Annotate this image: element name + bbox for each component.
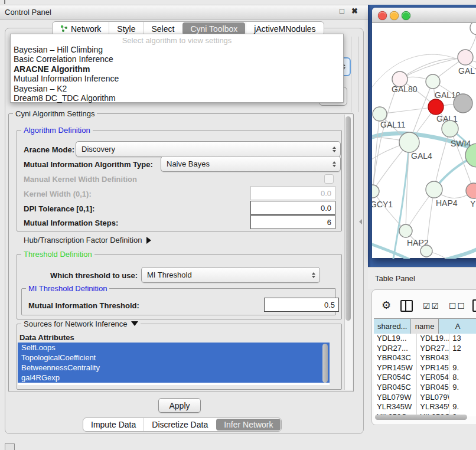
which-threshold-combobox[interactable]: MI Threshold (141, 267, 320, 283)
table-cell[interactable]: YLR345W (374, 402, 417, 412)
network-node-y[interactable] (466, 183, 476, 198)
network-node-swi4[interactable] (442, 120, 458, 137)
column-header-third[interactable]: A (439, 319, 476, 334)
network-node-hap2[interactable] (399, 224, 412, 237)
dropdown-item[interactable]: Bayesian – K2 (11, 84, 343, 93)
tab-discretize-data[interactable]: Discretize Data (144, 418, 216, 431)
table-cell[interactable]: 12 (449, 344, 476, 354)
table-cell[interactable]: YDR27... (417, 344, 449, 354)
zoom-traffic-light-icon[interactable] (402, 11, 410, 20)
hub-definition-toggle[interactable]: Hub/Transcription Factor Definition (24, 236, 151, 244)
dropdown-item-selected[interactable]: ARACNE Algorithm (11, 64, 343, 74)
table-cell[interactable]: YER054C (417, 373, 449, 383)
table-cell[interactable]: 13 (449, 334, 476, 344)
network-node[interactable] (454, 94, 472, 113)
docked-panel-icon[interactable] (5, 443, 15, 450)
columns-icon[interactable] (400, 300, 413, 312)
network-node-gal7[interactable] (458, 50, 473, 65)
table-cell[interactable]: YPR145W (374, 363, 417, 373)
settings-scrollbar-thumb[interactable] (345, 116, 351, 321)
dropdown-item[interactable]: Bayesian – Hill Climbing (11, 45, 343, 54)
close-window-icon[interactable]: ✖ (351, 6, 358, 15)
table-cell[interactable]: YBL079W (417, 393, 449, 403)
hub-definition-label: Hub/Transcription Factor Definition (24, 236, 142, 244)
manual-kernel-label: Manual Kernel Width Definition (24, 175, 137, 184)
tab-discretize-data-label: Discretize Data (152, 420, 208, 429)
network-node-gal11[interactable] (373, 107, 387, 121)
dropdown-item[interactable]: Basic Correlation Inference (11, 54, 343, 64)
table-hscrollbar-thumb[interactable] (375, 415, 467, 420)
network-edge[interactable] (372, 243, 409, 259)
table-cell[interactable]: YBR043C (417, 353, 449, 363)
table-row[interactable]: YLR345WYLR345W9. (374, 402, 476, 412)
network-node-hap4[interactable] (426, 181, 442, 198)
attribute-item[interactable]: BetweennessCentrality (18, 363, 330, 373)
table-row[interactable]: YPR145WYPR145W9. (374, 363, 476, 373)
export-table-icon[interactable] (472, 299, 476, 312)
table-row[interactable]: YER054CYER054C8. (374, 373, 476, 383)
mi-type-combobox[interactable]: Naive Bayes (161, 156, 341, 172)
kernel-width-field[interactable]: 0.0 (250, 186, 335, 200)
table-cell[interactable]: YDL19... (417, 334, 449, 344)
close-traffic-light-icon[interactable] (378, 11, 387, 20)
table-cell[interactable]: YER054C (374, 373, 417, 383)
mi-threshold-label: Mutual Information Threshold: (28, 301, 139, 310)
table-cell[interactable]: YBL079W (374, 393, 417, 403)
float-window-icon[interactable]: □ (340, 6, 344, 15)
tab-cyni-toolbox[interactable]: Cyni Toolbox (182, 22, 245, 35)
table-row[interactable]: YDR27...YDR27...12 (374, 344, 476, 354)
dropdown-item[interactable]: Mutual Information Inference (11, 74, 343, 83)
mi-threshold-field[interactable]: 0.5 (264, 298, 339, 312)
network-node-gal10[interactable] (426, 74, 440, 89)
apply-button[interactable]: Apply (158, 398, 201, 413)
attribute-item[interactable]: gal4RGexp (18, 373, 330, 383)
aracne-mode-combobox[interactable]: Discovery (76, 141, 341, 157)
dpi-tolerance-field[interactable]: 0.0 (250, 201, 335, 215)
table-cell[interactable]: 9. (449, 402, 476, 412)
network-node-gcy1[interactable] (372, 185, 379, 198)
table-cell[interactable]: YLR345W (417, 402, 449, 412)
tab-impute-data[interactable]: Impute Data (83, 418, 144, 431)
manual-kernel-checkbox[interactable] (324, 174, 334, 184)
which-threshold-label: Which threshold to use: (50, 271, 138, 280)
tab-network-label: Network (71, 24, 101, 34)
network-canvas[interactable]: GAL7GAL80GAL10GAL1GAL11SWI4GAL4GCY1HAP4Y… (372, 23, 476, 259)
show-checked-columns-icon[interactable]: ☑☑ (423, 301, 440, 311)
gear-icon[interactable]: ⚙ (382, 299, 391, 312)
network-node[interactable] (470, 23, 476, 35)
table-row[interactable]: YBL079WYBL079W (374, 393, 476, 403)
table-cell[interactable]: 9. (449, 363, 476, 373)
minimize-traffic-light-icon[interactable] (390, 11, 399, 20)
network-node[interactable] (420, 245, 432, 257)
network-node-gal1[interactable] (428, 99, 444, 115)
table-cell[interactable] (449, 353, 476, 363)
attribute-list-scrollbar-thumb[interactable] (322, 344, 328, 383)
attribute-item[interactable]: SelfLoops (18, 343, 330, 353)
table-cell[interactable]: YBR043C (374, 353, 417, 363)
table-cell[interactable]: YBR045C (374, 383, 417, 393)
table-cell[interactable]: YDR27... (374, 344, 417, 354)
table-cell[interactable]: YDL19... (374, 334, 417, 344)
network-node-gal4[interactable] (399, 132, 419, 152)
network-icon (60, 25, 68, 32)
table-cell[interactable]: YPR145W (417, 363, 449, 373)
hide-columns-icon[interactable]: ☐☐ (449, 301, 466, 311)
table-cell[interactable]: 8. (449, 373, 476, 383)
network-edge[interactable] (446, 249, 476, 259)
column-header-name[interactable]: name (411, 319, 439, 334)
table-row[interactable]: YDL19...YDL19...13 (374, 334, 476, 344)
attribute-item[interactable]: TopologicalCoefficient (18, 353, 330, 363)
dropdown-item[interactable]: Dream8 DC_TDC Algorithm (11, 93, 343, 103)
mi-steps-field[interactable]: 6 (250, 215, 335, 229)
tab-infer-network[interactable]: Infer Network (216, 419, 281, 431)
table-cell[interactable] (449, 393, 476, 403)
table-cell[interactable]: 9. (449, 383, 476, 393)
sources-title-row[interactable]: Sources for Network Inference (21, 319, 141, 328)
tab-infer-network-label: Infer Network (224, 420, 273, 429)
network-window-titlebar[interactable] (372, 8, 476, 23)
table-row[interactable]: YBR043CYBR043C (374, 353, 476, 363)
column-header-shared-name[interactable]: shared... (374, 319, 411, 334)
tab-select-label: Select (151, 24, 174, 34)
table-cell[interactable]: YBR045C (417, 383, 449, 393)
table-row[interactable]: YBR045CYBR045C9. (374, 383, 476, 393)
